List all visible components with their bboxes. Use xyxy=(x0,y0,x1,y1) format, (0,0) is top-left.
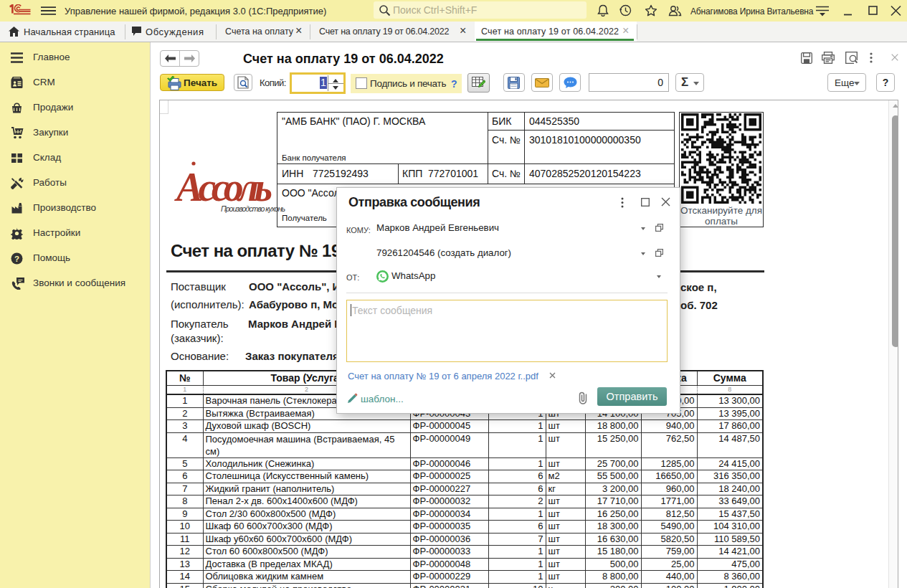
svg-text:?: ? xyxy=(14,255,19,263)
svg-text:Ассоль: Ассоль xyxy=(174,165,272,209)
svg-text:Производство кухонь: Производство кухонь xyxy=(221,204,285,213)
